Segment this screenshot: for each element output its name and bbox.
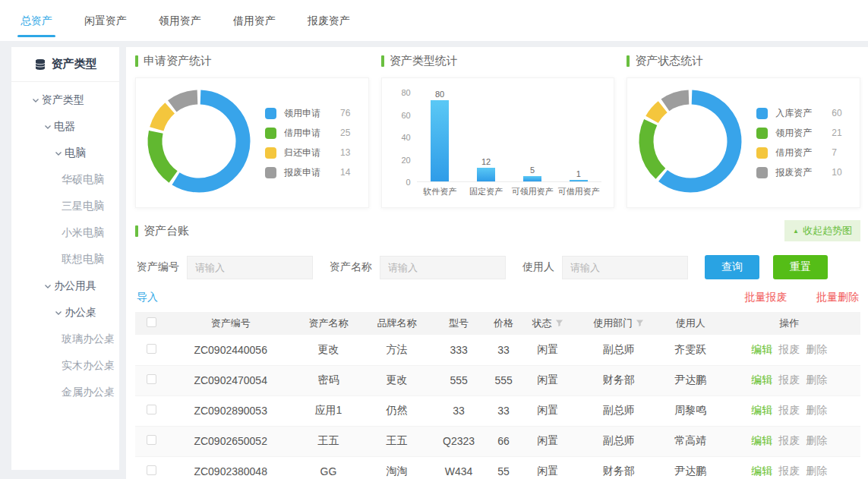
column-header: 价格 <box>487 312 521 335</box>
cell-asset-no: ZC0902890053 <box>167 395 294 426</box>
search-button[interactable]: 查询 <box>705 255 759 279</box>
tree-item-label: 电脑 <box>65 147 86 160</box>
legend-label: 借用申请 <box>284 127 331 140</box>
row-actions-cell: 编辑报废删除 <box>718 426 860 456</box>
column-header-label: 使用部门 <box>593 317 633 329</box>
main-layout: 资产类型 资产类型电器电脑华硕电脑三星电脑小米电脑联想电脑办公用具办公桌玻璃办公… <box>0 47 868 479</box>
filter-funnel-icon[interactable] <box>555 319 563 327</box>
filter-funnel-icon[interactable] <box>636 319 644 327</box>
tree-item[interactable]: 华硕电脑 <box>11 166 119 193</box>
chart-type-title-text: 资产类型统计 <box>390 54 458 68</box>
cell-asset-no: ZC0902650052 <box>167 426 294 456</box>
cell-model: 555 <box>431 365 487 395</box>
row-checkbox[interactable] <box>147 405 156 414</box>
scrap-action-link[interactable]: 报废 <box>778 343 800 355</box>
cell-status: 闲置 <box>521 335 575 365</box>
tree-item[interactable]: 小米电脑 <box>11 219 119 246</box>
delete-action-link[interactable]: 删除 <box>806 343 827 355</box>
chart-status-stats: 资产状态统计 入库资产60领用资产21借用资产7报废资产10 <box>627 52 860 208</box>
row-checkbox[interactable] <box>147 374 156 384</box>
cell-name: 王五 <box>294 426 362 456</box>
tree-item[interactable]: 三星电脑 <box>11 193 119 219</box>
tree-item[interactable]: 电脑 <box>11 140 119 166</box>
tree-item[interactable]: 办公桌 <box>11 299 119 326</box>
row-checkbox[interactable] <box>147 344 156 354</box>
tree-item-label: 实木办公桌 <box>62 359 115 373</box>
row-checkbox[interactable] <box>147 465 156 475</box>
tab-item[interactable]: 总资产 <box>10 0 63 41</box>
legend-value: 13 <box>340 147 350 158</box>
cell-department: 财务部 <box>575 456 663 479</box>
column-header-label: 价格 <box>494 317 513 329</box>
select-all-checkbox[interactable] <box>147 317 156 327</box>
row-select-cell <box>135 426 167 456</box>
edit-action-link[interactable]: 编辑 <box>751 465 772 477</box>
cell-user: 周黎鸣 <box>663 395 718 426</box>
tree-item-label: 小米电脑 <box>62 226 104 240</box>
search-input[interactable] <box>187 256 313 279</box>
tab-item[interactable]: 领用资产 <box>148 0 212 41</box>
chart-apply-title-text: 申请资产统计 <box>144 54 212 68</box>
donut-segment <box>652 107 663 120</box>
batch-scrap-link[interactable]: 批量报废 <box>745 291 788 303</box>
cell-price: 55 <box>487 456 521 479</box>
search-input[interactable] <box>380 256 506 279</box>
delete-action-link[interactable]: 删除 <box>806 373 827 386</box>
bar <box>523 176 541 181</box>
donut-ring <box>142 84 256 198</box>
tree-item[interactable]: 办公用具 <box>11 273 119 299</box>
batch-delete-link[interactable]: 批量删除 <box>816 291 859 303</box>
chevron-down-icon <box>31 96 40 105</box>
tab-item[interactable]: 借用资产 <box>223 0 286 41</box>
donut-segment <box>646 122 661 174</box>
tree-item-label: 华硕电脑 <box>62 173 104 187</box>
legend-item: 报废申请14 <box>265 162 350 182</box>
tree-item[interactable]: 玻璃办公桌 <box>11 326 119 352</box>
tree-item[interactable]: 联想电脑 <box>11 246 119 273</box>
tab-item[interactable]: 闲置资产 <box>74 0 137 41</box>
row-actions-cell: 编辑报废删除 <box>718 395 860 426</box>
delete-action-link[interactable]: 删除 <box>806 404 827 416</box>
donut-segment <box>663 97 734 185</box>
bar-column: 80 <box>417 90 463 181</box>
bar-value-label: 5 <box>530 165 535 175</box>
donut-segment <box>175 97 243 185</box>
legend-swatch <box>265 167 276 178</box>
y-axis-tick: 80 <box>390 88 411 97</box>
legend-item: 归还申请13 <box>265 143 350 162</box>
row-select-cell <box>135 365 167 395</box>
reset-button[interactable]: 重置 <box>773 255 828 279</box>
edit-action-link[interactable]: 编辑 <box>751 434 772 446</box>
scrap-action-link[interactable]: 报废 <box>778 434 800 446</box>
search-input[interactable] <box>562 256 688 279</box>
scrap-action-link[interactable]: 报废 <box>778 373 800 386</box>
column-header: 使用部门 <box>575 312 663 335</box>
chart-apply-title: 申请资产统计 <box>135 52 369 70</box>
scrap-action-link[interactable]: 报废 <box>778 465 800 477</box>
cell-user: 齐雯跃 <box>663 335 718 365</box>
cell-department: 副总师 <box>575 335 663 365</box>
tree-item[interactable]: 资产类型 <box>11 87 119 113</box>
cell-status: 闲置 <box>521 426 575 456</box>
tree-item[interactable]: 金属办公桌 <box>11 379 119 405</box>
cell-name: 更改 <box>294 335 362 365</box>
scrap-action-link[interactable]: 报废 <box>778 404 800 416</box>
tree-item[interactable]: 电器 <box>11 113 119 140</box>
ledger-title: 资产台账 <box>135 222 189 240</box>
edit-action-link[interactable]: 编辑 <box>751 404 772 416</box>
tab-item[interactable]: 报废资产 <box>297 0 361 41</box>
charts-row: 申请资产统计 领用申请76借用申请25归还申请13报废申请14 资产类型统计 0… <box>135 52 860 208</box>
table-row: ZC0902890053应用1仍然3333闲置副总师周黎鸣编辑报废删除 <box>135 395 860 426</box>
column-header-label: 操作 <box>779 317 799 329</box>
edit-action-link[interactable]: 编辑 <box>751 343 772 355</box>
row-checkbox[interactable] <box>147 435 156 445</box>
import-link[interactable]: 导入 <box>137 291 158 304</box>
column-header: 操作 <box>718 312 860 335</box>
bar-plot-area: 801251 <box>417 90 602 182</box>
collapse-trend-button[interactable]: ▲ 收起趋势图 <box>784 220 860 241</box>
delete-action-link[interactable]: 删除 <box>806 434 827 446</box>
legend-value: 60 <box>832 108 841 118</box>
tree-item[interactable]: 实木办公桌 <box>11 352 119 379</box>
delete-action-link[interactable]: 删除 <box>806 465 827 477</box>
edit-action-link[interactable]: 编辑 <box>751 373 772 386</box>
